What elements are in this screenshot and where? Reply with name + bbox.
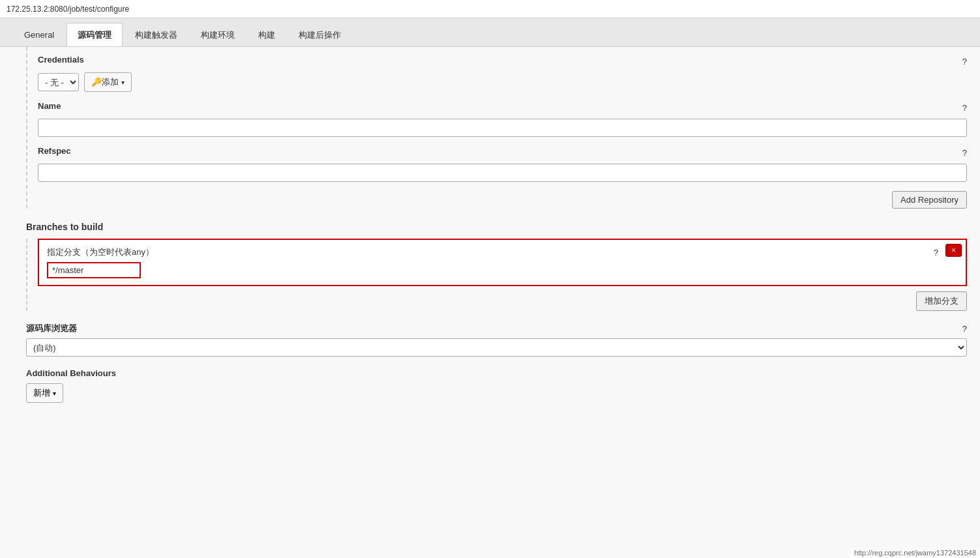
branch-label: 指定分支（为空时代表any） — [47, 246, 154, 258]
url-text: 172.25.13.2:8080/job/test/configure — [7, 5, 129, 14]
branches-section-title: Branches to build — [26, 222, 967, 232]
branches-section: Branches to build × 指定分支（为空时代表any） ? — [26, 222, 967, 311]
tab-general[interactable]: General — [13, 23, 65, 46]
branch-help-icon[interactable]: ? — [934, 248, 938, 257]
tab-trigger[interactable]: 构建触发器 — [124, 23, 188, 46]
tab-source[interactable]: 源码管理 — [67, 23, 123, 46]
credentials-add-button[interactable]: 🔑添加 ▾ — [84, 72, 132, 92]
refspec-help-icon[interactable]: ? — [962, 148, 967, 158]
browser-label: 源码库浏览器 — [26, 323, 77, 334]
add-arrow: ▾ — [53, 390, 56, 397]
refspec-group: Refspec ? — [38, 146, 967, 182]
tab-env[interactable]: 构建环境 — [190, 23, 246, 46]
credentials-add-label: 🔑添加 — [91, 76, 119, 88]
additional-behaviours-add-button[interactable]: 新增 ▾ — [26, 383, 63, 403]
branch-item: × 指定分支（为空时代表any） ? — [38, 239, 967, 286]
add-branch-row: 增加分支 — [38, 291, 967, 311]
name-label: Name — [38, 101, 61, 111]
name-help-icon[interactable]: ? — [962, 103, 967, 113]
name-group: Name ? — [38, 101, 967, 137]
additional-behaviours-section: Additional Behaviours 新增 ▾ — [26, 368, 967, 403]
status-bar: http://reg.cqprc.net/jwamy1372431548 — [850, 548, 980, 558]
credentials-label: Credentials — [38, 55, 84, 65]
address-bar: 172.25.13.2:8080/job/test/configure — [0, 0, 980, 18]
additional-behaviours-label: Additional Behaviours — [26, 368, 967, 378]
credentials-select[interactable]: - 无 - — [38, 73, 79, 91]
add-repository-button[interactable]: Add Repository — [892, 191, 967, 209]
branch-input-border — [47, 262, 141, 278]
credentials-group: Credentials ? - 无 - 🔑添加 ▾ — [38, 55, 967, 92]
branch-remove-wrapper: × — [945, 244, 962, 257]
branch-remove-icon: × — [951, 246, 956, 255]
add-label: 新增 — [33, 387, 50, 399]
main-content: Credentials ? - 无 - 🔑添加 ▾ Name ? — [0, 47, 980, 558]
credentials-help-icon[interactable]: ? — [962, 57, 967, 66]
tabs-bar: General 源码管理 构建触发器 构建环境 构建 构建后操作 — [0, 18, 980, 47]
refspec-label: Refspec — [38, 146, 71, 156]
name-input[interactable] — [38, 119, 967, 137]
credentials-row: - 无 - 🔑添加 ▾ — [38, 72, 967, 92]
credentials-add-arrow: ▾ — [121, 79, 125, 86]
branch-remove-button[interactable]: × — [945, 244, 962, 257]
tab-build[interactable]: 构建 — [247, 23, 286, 46]
browser-section: 源码库浏览器 ? (自动) — [26, 323, 967, 357]
branch-input[interactable] — [48, 263, 140, 277]
browser-help-icon[interactable]: ? — [962, 324, 967, 334]
status-text: http://reg.cqprc.net/jwamy1372431548 — [854, 549, 976, 557]
tab-post[interactable]: 构建后操作 — [288, 23, 352, 46]
browser-select[interactable]: (自动) — [26, 338, 967, 357]
add-branch-button[interactable]: 增加分支 — [916, 291, 967, 311]
refspec-input[interactable] — [38, 164, 967, 182]
add-repository-row: Add Repository — [38, 191, 967, 209]
